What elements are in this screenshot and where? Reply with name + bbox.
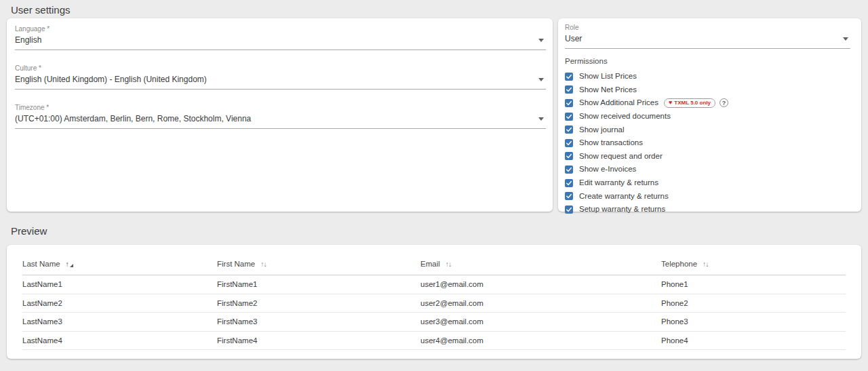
checkbox-checked[interactable] xyxy=(565,152,573,160)
permission-label[interactable]: Show Additional Prices xyxy=(579,98,658,107)
table-cell: user1@email.com xyxy=(420,280,661,288)
culture-field: Culture * English (United Kingdom) - Eng… xyxy=(15,64,546,90)
table-cell: LastName1 xyxy=(22,280,217,288)
settings-cards-row: Language * English Culture * English (Un… xyxy=(7,18,861,212)
table-cell: Phone3 xyxy=(661,317,846,326)
table-header-row: Last Name↑First Name↑↓Email↑↓Telephone↑↓ xyxy=(22,253,846,275)
column-header-last-name[interactable]: Last Name↑ xyxy=(22,260,217,268)
table-row: LastName2FirstName2user2@email.comPhone2 xyxy=(22,294,846,313)
timezone-label: Timezone * xyxy=(15,104,546,111)
checkbox-checked[interactable] xyxy=(565,165,573,174)
permission-item[interactable]: Show received documents xyxy=(565,110,850,123)
role-value: User xyxy=(565,35,582,43)
table-cell: LastName4 xyxy=(22,336,217,345)
permission-label[interactable]: Show journal xyxy=(579,125,624,134)
culture-value: English (United Kingdom) - English (Unit… xyxy=(15,75,207,84)
checkbox-checked[interactable] xyxy=(565,125,573,134)
checkmark-icon xyxy=(566,166,572,173)
heart-icon: ♥ xyxy=(669,100,672,106)
table-cell: user4@email.com xyxy=(420,336,661,345)
checkbox-checked[interactable] xyxy=(565,206,573,214)
permission-label[interactable]: Setup warranty & returns xyxy=(579,205,665,214)
permission-item[interactable]: Show Additional Prices♥TXML 5.0 only? xyxy=(565,96,850,110)
permission-item[interactable]: Show journal xyxy=(565,123,850,136)
column-header-telephone[interactable]: Telephone↑↓ xyxy=(661,260,846,268)
table-cell: user2@email.com xyxy=(420,299,661,307)
badge-label: TXML 5.0 only xyxy=(674,100,711,106)
chevron-down-icon xyxy=(843,37,848,41)
permission-label[interactable]: Show transactions xyxy=(579,138,643,147)
table-cell: Phone4 xyxy=(661,336,846,345)
checkbox-checked[interactable] xyxy=(565,139,573,147)
column-header-email[interactable]: Email↑↓ xyxy=(420,260,661,268)
permission-label[interactable]: Show request and order xyxy=(579,152,663,161)
sort-both-icon: ↑↓ xyxy=(703,260,709,268)
sort-both-icon: ↑↓ xyxy=(446,260,452,268)
permission-item[interactable]: Setup warranty & returns xyxy=(565,203,850,216)
table-body: LastName1FirstName1user1@email.comPhone1… xyxy=(22,275,846,350)
checkmark-icon xyxy=(566,113,572,120)
checkmark-icon xyxy=(566,153,572,159)
language-select[interactable]: English xyxy=(15,36,546,50)
permission-label[interactable]: Show received documents xyxy=(579,112,671,121)
culture-select[interactable]: English (United Kingdom) - English (Unit… xyxy=(15,75,546,90)
role-field: Role User xyxy=(565,24,850,49)
permission-item[interactable]: Edit warranty & returns xyxy=(565,176,850,190)
sort-both-icon: ↑↓ xyxy=(260,260,267,268)
checkmark-icon xyxy=(566,193,572,199)
permissions-heading: Permissions xyxy=(565,56,850,66)
table-row: LastName3FirstName3user3@email.comPhone3 xyxy=(22,313,846,332)
permission-item[interactable]: Show request and order xyxy=(565,150,850,163)
checkbox-checked[interactable] xyxy=(565,73,573,81)
checkmark-icon xyxy=(566,180,572,187)
checkbox-checked[interactable] xyxy=(565,113,573,121)
table-row: LastName1FirstName1user1@email.comPhone1 xyxy=(22,275,846,294)
language-field: Language * English xyxy=(15,25,546,50)
permission-label[interactable]: Create warranty & returns xyxy=(579,192,669,201)
table-cell: FirstName3 xyxy=(217,317,420,326)
permission-label[interactable]: Show List Prices xyxy=(579,72,637,81)
table-cell: FirstName2 xyxy=(217,299,420,307)
txml-only-badge: ♥TXML 5.0 only xyxy=(664,98,715,108)
checkmark-icon xyxy=(566,73,572,80)
role-permissions-card: Role User Permissions Show List PricesSh… xyxy=(558,18,861,212)
checkbox-checked[interactable] xyxy=(565,99,573,107)
permission-label[interactable]: Show Net Prices xyxy=(579,85,637,94)
role-select[interactable]: User xyxy=(565,35,850,49)
column-header-label: First Name xyxy=(217,260,255,268)
table-cell: Phone2 xyxy=(661,299,846,307)
help-circle-icon[interactable]: ? xyxy=(719,98,728,107)
permission-label[interactable]: Show e-Invoices xyxy=(579,165,636,174)
preview-title: Preview xyxy=(11,225,857,237)
checkmark-icon xyxy=(566,206,572,213)
table-cell: FirstName4 xyxy=(217,336,420,345)
timezone-select[interactable]: (UTC+01:00) Amsterdam, Berlin, Bern, Rom… xyxy=(15,115,546,129)
permission-item[interactable]: Show e-Invoices xyxy=(565,163,850,176)
page-title: User settings xyxy=(0,0,868,12)
locale-settings-card: Language * English Culture * English (Un… xyxy=(7,18,553,212)
language-value: English xyxy=(15,36,41,45)
chevron-down-icon xyxy=(538,39,544,42)
timezone-field: Timezone * (UTC+01:00) Amsterdam, Berlin… xyxy=(15,104,546,129)
sort-ascending-icon: ↑ xyxy=(66,260,73,268)
checkmark-icon xyxy=(566,140,572,147)
checkbox-checked[interactable] xyxy=(565,85,573,94)
permission-item[interactable]: Show transactions xyxy=(565,136,850,150)
language-label: Language * xyxy=(15,25,546,33)
chevron-down-icon xyxy=(538,78,544,81)
checkmark-icon xyxy=(566,126,572,133)
checkbox-checked[interactable] xyxy=(565,179,573,187)
permission-label[interactable]: Edit warranty & returns xyxy=(579,178,658,187)
permissions-list: Show List PricesShow Net PricesShow Addi… xyxy=(565,70,850,216)
timezone-value: (UTC+01:00) Amsterdam, Berlin, Bern, Rom… xyxy=(15,115,251,123)
column-header-first-name[interactable]: First Name↑↓ xyxy=(217,260,420,268)
permission-item[interactable]: Show List Prices xyxy=(565,70,850,83)
permission-item[interactable]: Create warranty & returns xyxy=(565,189,850,203)
chevron-down-icon xyxy=(538,117,544,121)
table-cell: user3@email.com xyxy=(420,317,661,326)
preview-table-card: Last Name↑First Name↑↓Email↑↓Telephone↑↓… xyxy=(7,245,861,359)
culture-label: Culture * xyxy=(15,64,546,72)
table-cell: Phone1 xyxy=(661,280,846,288)
permission-item[interactable]: Show Net Prices xyxy=(565,83,850,97)
checkbox-checked[interactable] xyxy=(565,192,573,200)
